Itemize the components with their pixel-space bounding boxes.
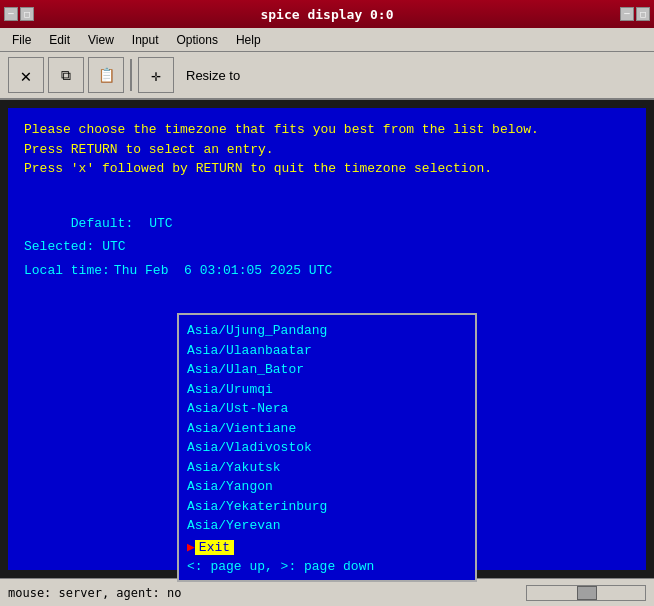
timezone-list-container: Asia/Ujung_Pandang Asia/Ulaanbaatar Asia…	[177, 313, 477, 582]
tz-9[interactable]: Asia/Yangon	[187, 477, 467, 497]
scrollbar[interactable]	[526, 585, 646, 601]
exit-button[interactable]: Exit	[195, 540, 234, 555]
toolbar-separator	[130, 59, 132, 91]
menu-input[interactable]: Input	[124, 31, 167, 49]
tz-10[interactable]: Asia/Yekaterinburg	[187, 497, 467, 517]
move-button[interactable]: ✛	[138, 57, 174, 93]
localtime-value: Thu Feb 6 03:01:05 2025 UTC	[114, 263, 332, 278]
window-title: spice display 0:0	[260, 7, 393, 22]
title-btn-3[interactable]: ─	[620, 7, 634, 21]
close-icon: ✕	[21, 65, 32, 86]
title-btn-4[interactable]: □	[636, 7, 650, 21]
menu-help[interactable]: Help	[228, 31, 269, 49]
menu-bar: File Edit View Input Options Help	[0, 28, 654, 52]
paste-icon: 📋	[98, 67, 115, 83]
title-bar: ─ □ spice display 0:0 ─ □	[0, 0, 654, 28]
resize-label: Resize to	[186, 68, 240, 83]
tz-5[interactable]: Asia/Ust-Nera	[187, 399, 467, 419]
instruction-3: Press 'x' followed by RETURN to quit the…	[24, 159, 630, 179]
default-value: UTC	[149, 216, 172, 231]
selected-value: UTC	[102, 239, 125, 254]
close-button[interactable]: ✕	[8, 57, 44, 93]
menu-options[interactable]: Options	[169, 31, 226, 49]
copy-icon: ⧉	[61, 67, 71, 84]
tz-1[interactable]: Asia/Ujung_Pandang	[187, 321, 467, 341]
tz-3[interactable]: Asia/Ulan_Bator	[187, 360, 467, 380]
toolbar: ✕ ⧉ 📋 ✛ Resize to	[0, 52, 654, 100]
tz-8[interactable]: Asia/Yakutsk	[187, 458, 467, 478]
title-btn-1[interactable]: ─	[4, 7, 18, 21]
instruction-1: Please choose the timezone that fits you…	[24, 120, 630, 140]
default-label: Default:	[71, 216, 133, 231]
main-area: Please choose the timezone that fits you…	[0, 100, 654, 578]
terminal: Please choose the timezone that fits you…	[8, 108, 646, 570]
paste-button[interactable]: 📋	[88, 57, 124, 93]
title-bar-right-controls: ─ □	[620, 7, 650, 21]
copy-button[interactable]: ⧉	[48, 57, 84, 93]
instruction-2: Press RETURN to select an entry.	[24, 140, 630, 160]
status-bar: mouse: server, agent: no	[0, 578, 654, 606]
tz-2[interactable]: Asia/Ulaanbaatar	[187, 341, 467, 361]
move-icon: ✛	[151, 66, 161, 85]
title-bar-left-controls: ─ □	[4, 7, 34, 21]
localtime-label: Local time:	[24, 263, 110, 278]
tz-11[interactable]: Asia/Yerevan	[187, 516, 467, 536]
scrollbar-thumb[interactable]	[577, 586, 597, 600]
menu-edit[interactable]: Edit	[41, 31, 78, 49]
tz-7[interactable]: Asia/Vladivostok	[187, 438, 467, 458]
tz-4[interactable]: Asia/Urumqi	[187, 380, 467, 400]
title-btn-2[interactable]: □	[20, 7, 34, 21]
tz-6[interactable]: Asia/Vientiane	[187, 419, 467, 439]
selected-label: Selected:	[24, 239, 94, 254]
status-text: mouse: server, agent: no	[8, 586, 526, 600]
menu-view[interactable]: View	[80, 31, 122, 49]
timezone-nav: <: page up, >: page down	[187, 559, 467, 574]
timezone-info: Default:UTC Selected:UTC Local time:Thu …	[24, 189, 630, 306]
menu-file[interactable]: File	[4, 31, 39, 49]
